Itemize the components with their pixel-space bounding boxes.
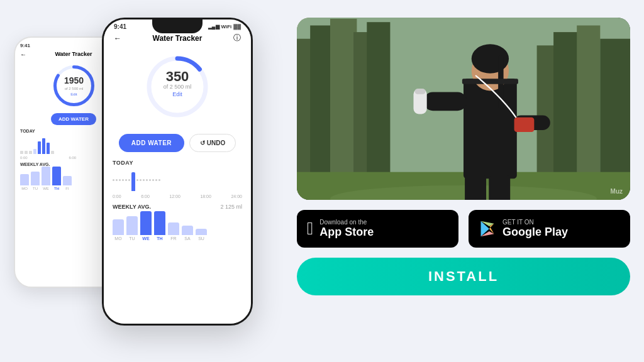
svg-text:Edit: Edit bbox=[70, 92, 77, 96]
fg-undo-button[interactable]: ↺ UNDO bbox=[189, 134, 236, 152]
appstore-text: Download on the App Store bbox=[319, 219, 374, 239]
chart-bar-8 bbox=[136, 179, 138, 181]
googleplay-large-text: Google Play bbox=[502, 226, 568, 239]
fg-chart-labels: 0:00 6:00 12:00 18:00 24:00 bbox=[113, 194, 242, 199]
svg-rect-33 bbox=[465, 175, 486, 200]
wbar-fr: FR bbox=[168, 222, 179, 241]
right-section: Muz  Download on the App Store GET bbox=[297, 11, 630, 351]
bg-title: Water Tracker bbox=[55, 51, 92, 57]
svg-rect-27 bbox=[423, 92, 467, 111]
svg-rect-32 bbox=[514, 118, 535, 132]
fg-weekly-section: WEEKLY AVG. 2 125 ml MO TU bbox=[104, 201, 251, 243]
fg-circle-container: 350 of 2 500 ml Edit bbox=[104, 47, 251, 129]
fg-weekly-bars: MO TU WE TH bbox=[113, 212, 242, 241]
phone-screen: 9:41 ▂▄▆ WiFi ▓▓ ← Water Tracker ⓘ bbox=[104, 19, 251, 324]
chart-bar-11 bbox=[146, 179, 148, 181]
bg-add-water-button[interactable]: ADD WATER bbox=[51, 113, 96, 125]
chart-bar-15 bbox=[158, 179, 160, 181]
apple-icon:  bbox=[307, 220, 313, 238]
chart-label-6: 6:00 bbox=[141, 194, 150, 199]
svg-text:of 2 500 ml: of 2 500 ml bbox=[64, 87, 83, 90]
fg-add-water-button[interactable]: ADD WATER bbox=[119, 134, 184, 152]
wbar-we: WE bbox=[140, 211, 152, 241]
chart-bar-9 bbox=[140, 179, 142, 181]
install-button-text: INSTALL bbox=[428, 268, 499, 285]
chart-bar-4 bbox=[122, 179, 124, 181]
chart-bar-2 bbox=[116, 179, 118, 181]
chart-label-18: 18:00 bbox=[200, 194, 211, 199]
fg-today-label: TODAY bbox=[113, 160, 242, 166]
fg-info-icon: ⓘ bbox=[233, 33, 241, 43]
fg-today-section: TODAY bbox=[104, 157, 251, 201]
svg-rect-30 bbox=[415, 89, 426, 94]
battery-icon: ▓▓ bbox=[233, 24, 241, 30]
chart-bar-14 bbox=[155, 179, 157, 181]
install-button[interactable]: INSTALL bbox=[297, 258, 630, 295]
hero-image: Muz bbox=[297, 18, 630, 200]
googleplay-text: GET IT ON Google Play bbox=[502, 219, 568, 239]
wbar-su: SU bbox=[196, 229, 207, 241]
wbar-tu: TU bbox=[126, 216, 138, 241]
chart-bar-12 bbox=[149, 179, 151, 181]
store-buttons:  Download on the App Store GET IT ON Go… bbox=[297, 210, 630, 248]
fg-weekly-header: WEEKLY AVG. 2 125 ml bbox=[113, 204, 242, 210]
wbar-th: TH bbox=[154, 211, 165, 241]
chart-label-0: 0:00 bbox=[113, 194, 121, 199]
fg-btn-row: ADD WATER ↺ UNDO bbox=[104, 129, 251, 157]
chart-label-12: 12:00 bbox=[169, 194, 180, 199]
svg-rect-22 bbox=[464, 79, 517, 178]
signal-icon: ▂▄▆ bbox=[208, 24, 219, 30]
fg-status-icons: ▂▄▆ WiFi ▓▓ bbox=[208, 24, 241, 30]
bg-back-icon: ← bbox=[20, 51, 26, 58]
main-container: 9:41 ← Water Tracker ⓘ 1950 of 2 500 ml … bbox=[14, 11, 630, 351]
svg-rect-26 bbox=[462, 79, 518, 84]
chart-bar-1 bbox=[113, 179, 114, 181]
phone-notch bbox=[152, 19, 203, 33]
fg-status-time: 9:41 bbox=[114, 23, 126, 30]
google-play-icon bbox=[479, 220, 496, 238]
hero-background-svg bbox=[297, 18, 630, 200]
fg-circle-svg: 350 of 2 500 ml Edit bbox=[143, 52, 212, 121]
fg-circle-text: 350 of 2 500 ml Edit bbox=[143, 52, 212, 124]
wifi-icon: WiFi bbox=[221, 24, 232, 30]
chart-bar-13 bbox=[152, 179, 154, 181]
appstore-small-text: Download on the bbox=[319, 219, 374, 226]
svg-text:Edit: Edit bbox=[172, 91, 182, 97]
fg-title: Water Tracker bbox=[121, 34, 233, 43]
chart-bar-5 bbox=[125, 179, 127, 181]
googleplay-small-text: GET IT ON bbox=[502, 219, 568, 226]
googleplay-button[interactable]: GET IT ON Google Play bbox=[469, 210, 630, 248]
watermark: Muz bbox=[611, 188, 623, 195]
svg-rect-34 bbox=[489, 175, 510, 200]
wbar-mo: MO bbox=[113, 219, 124, 241]
appstore-button[interactable]:  Download on the App Store bbox=[297, 210, 458, 248]
svg-text:350: 350 bbox=[166, 69, 189, 84]
phones-section: 9:41 ← Water Tracker ⓘ 1950 of 2 500 ml … bbox=[14, 11, 278, 351]
svg-text:1950: 1950 bbox=[64, 75, 83, 85]
fg-weekly-label: WEEKLY AVG. bbox=[113, 204, 151, 210]
fg-bar-chart bbox=[113, 168, 242, 194]
chart-label-24: 24:00 bbox=[231, 194, 242, 199]
chart-bar-3 bbox=[119, 179, 121, 181]
fg-back-icon: ← bbox=[114, 34, 121, 43]
appstore-large-text: App Store bbox=[319, 226, 374, 239]
fg-header: ← Water Tracker ⓘ bbox=[104, 31, 251, 47]
svg-text:of 2 500 ml: of 2 500 ml bbox=[164, 84, 192, 90]
chart-bar-6 bbox=[128, 179, 130, 181]
chart-bar-active bbox=[131, 172, 135, 191]
chart-bar-10 bbox=[143, 179, 145, 181]
phone-foreground: 9:41 ▂▄▆ WiFi ▓▓ ← Water Tracker ⓘ bbox=[102, 18, 253, 326]
wbar-sa: SA bbox=[182, 226, 193, 241]
fg-weekly-value: 2 125 ml bbox=[220, 204, 242, 210]
